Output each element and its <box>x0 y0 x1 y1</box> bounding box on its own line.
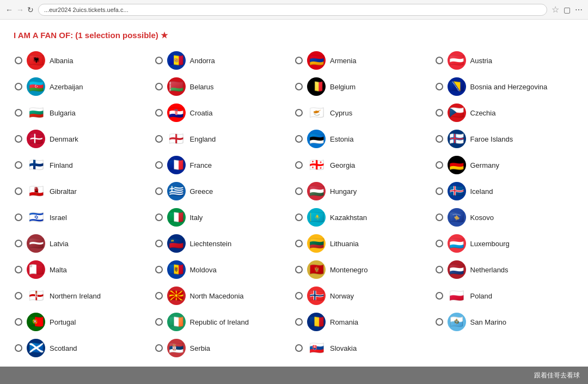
country-name-gibraltar: Gibraltar <box>50 187 77 196</box>
radio-moldova[interactable] <box>155 266 163 273</box>
flag-latvia: 🇱🇻 <box>27 234 45 253</box>
radio-czechia[interactable] <box>436 109 443 117</box>
country-item-georgia: 🇬🇪Georgia <box>294 154 434 176</box>
radio-italy[interactable] <box>155 214 163 221</box>
country-name-hungary: Hungary <box>330 187 357 196</box>
url-bar[interactable]: ...eur2024 2uics.tickets.uefa.c... <box>38 4 547 16</box>
flag-slovakia: 🇸🇰 <box>307 339 326 357</box>
radio-san-marino[interactable] <box>436 318 443 326</box>
radio-azerbaijan[interactable] <box>15 83 22 90</box>
radio-andorra[interactable] <box>155 57 163 64</box>
flag-france: 🇫🇷 <box>167 156 186 174</box>
radio-republic-ireland[interactable] <box>155 318 163 326</box>
flag-armenia: 🇦🇲 <box>307 51 326 70</box>
radio-poland[interactable] <box>436 292 443 300</box>
flag-san-marino: 🇸🇲 <box>448 313 466 331</box>
radio-austria[interactable] <box>436 57 443 64</box>
country-item-azerbaijan: 🇦🇿Azerbaijan <box>14 75 154 98</box>
country-item-latvia: 🇱🇻Latvia <box>14 232 154 255</box>
radio-slovakia[interactable] <box>295 344 303 352</box>
forward-icon[interactable]: → <box>16 5 24 14</box>
radio-montenegro[interactable] <box>295 266 303 273</box>
flag-croatia: 🇭🇷 <box>167 103 186 122</box>
country-item-serbia: 🇷🇸Serbia <box>154 337 295 359</box>
radio-croatia[interactable] <box>155 109 163 117</box>
radio-portugal[interactable] <box>15 318 22 326</box>
browser-actions: ☆ ▢ ⋯ <box>552 4 583 15</box>
country-name-austria: Austria <box>470 57 492 65</box>
flag-norway: 🇳🇴 <box>307 287 326 305</box>
radio-germany[interactable] <box>436 161 443 169</box>
flag-belgium: 🇧🇪 <box>307 77 326 96</box>
country-name-italy: Italy <box>190 214 203 222</box>
radio-latvia[interactable] <box>15 240 22 247</box>
flag-denmark: 🇩🇰 <box>27 130 45 148</box>
radio-kosovo[interactable] <box>436 214 443 221</box>
radio-georgia[interactable] <box>295 161 303 169</box>
country-name-serbia: Serbia <box>190 344 211 352</box>
radio-iceland[interactable] <box>436 187 443 195</box>
country-item-albania: 🇦🇱Albania <box>14 49 154 72</box>
radio-estonia[interactable] <box>295 135 303 143</box>
watermark-bar: 跟着佳哥去看球 <box>0 367 588 384</box>
country-name-north-macedonia: North Macedonia <box>190 292 244 300</box>
radio-bosnia[interactable] <box>436 83 443 90</box>
country-name-norway: Norway <box>330 292 354 300</box>
menu-icon[interactable]: ⋯ <box>575 5 583 14</box>
radio-luxembourg[interactable] <box>436 240 443 247</box>
country-name-montenegro: Montenegro <box>330 266 367 274</box>
radio-france[interactable] <box>155 161 163 169</box>
radio-netherlands[interactable] <box>436 266 443 273</box>
star-icon[interactable]: ☆ <box>552 4 559 15</box>
flag-poland: 🇵🇱 <box>448 287 466 305</box>
radio-romania[interactable] <box>295 318 303 326</box>
tab-icon[interactable]: ▢ <box>564 5 571 14</box>
radio-liechtenstein[interactable] <box>155 240 163 247</box>
country-name-albania: Albania <box>50 57 73 65</box>
radio-bulgaria[interactable] <box>15 109 22 117</box>
country-item-san-marino: 🇸🇲San Marino <box>434 310 575 333</box>
radio-belgium[interactable] <box>295 83 303 90</box>
radio-faroe[interactable] <box>436 135 443 143</box>
radio-armenia[interactable] <box>295 57 303 64</box>
flag-cyprus: 🇨🇾 <box>307 103 326 122</box>
radio-albania[interactable] <box>15 57 22 64</box>
radio-hungary[interactable] <box>295 187 303 195</box>
radio-gibraltar[interactable] <box>15 187 22 195</box>
country-item-republic-ireland: 🇮🇪Republic of Ireland <box>154 310 295 333</box>
radio-northern-ireland[interactable] <box>15 292 22 300</box>
radio-north-macedonia[interactable] <box>155 292 163 300</box>
flag-north-macedonia: 🇲🇰 <box>167 287 186 305</box>
country-name-moldova: Moldova <box>190 266 217 274</box>
flag-lithuania: 🇱🇹 <box>307 234 326 253</box>
radio-serbia[interactable] <box>155 344 163 352</box>
refresh-icon[interactable]: ↻ <box>27 5 34 14</box>
country-name-denmark: Denmark <box>50 135 78 143</box>
radio-belarus[interactable] <box>155 83 163 90</box>
flag-germany: 🇩🇪 <box>448 156 466 174</box>
radio-greece[interactable] <box>155 187 163 195</box>
country-item-bosnia: 🇧🇦Bosnia and Herzegovina <box>434 75 575 98</box>
country-grid: 🇦🇱Albania🇦🇩Andorra🇦🇲Armenia🇦🇹Austria🇦🇿Az… <box>14 49 574 359</box>
country-item-greece: 🇬🇷Greece <box>154 180 295 203</box>
country-name-belgium: Belgium <box>330 83 356 91</box>
radio-malta[interactable] <box>15 266 22 273</box>
radio-lithuania[interactable] <box>295 240 303 247</box>
radio-norway[interactable] <box>295 292 303 300</box>
radio-israel[interactable] <box>15 214 22 221</box>
back-icon[interactable]: ← <box>5 5 13 14</box>
radio-kazakhstan[interactable] <box>295 214 303 221</box>
country-name-lithuania: Lithuania <box>330 240 359 248</box>
watermark-text: 跟着佳哥去看球 <box>534 371 580 380</box>
flag-hungary: 🇭🇺 <box>307 182 326 200</box>
country-name-latvia: Latvia <box>50 240 69 248</box>
radio-england[interactable] <box>155 135 163 143</box>
radio-finland[interactable] <box>15 161 22 169</box>
radio-scotland[interactable] <box>15 344 22 352</box>
radio-denmark[interactable] <box>15 135 22 143</box>
country-name-czechia: Czechia <box>470 109 496 117</box>
radio-cyprus[interactable] <box>295 109 303 117</box>
flag-kazakhstan: 🇰🇿 <box>307 208 326 227</box>
country-name-greece: Greece <box>190 187 213 196</box>
country-item-faroe: 🇫🇴Faroe Islands <box>434 127 575 150</box>
